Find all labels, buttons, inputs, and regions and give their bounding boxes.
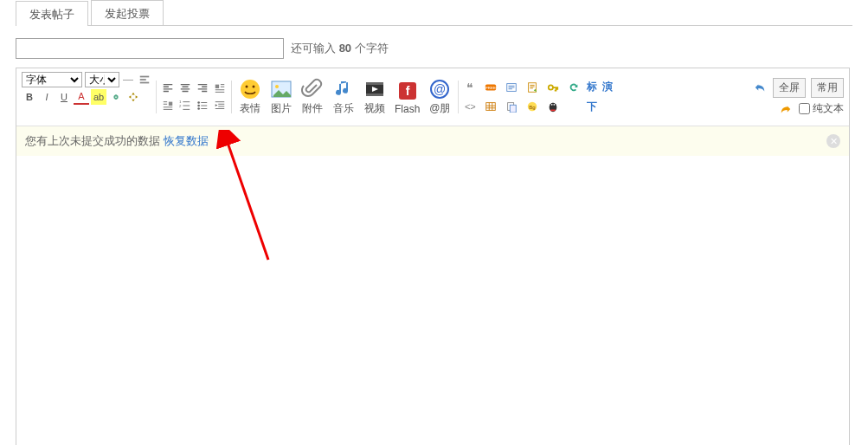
- hide-button[interactable]: [504, 80, 519, 95]
- tab-poll[interactable]: 发起投票: [91, 0, 164, 25]
- font-select[interactable]: 字体: [22, 72, 82, 87]
- plaintext-checkbox[interactable]: [799, 103, 810, 114]
- clipboard-button[interactable]: [504, 99, 519, 114]
- code-button[interactable]: <>: [462, 99, 478, 114]
- svg-rect-4: [169, 102, 172, 106]
- removeformat-icon[interactable]: [137, 72, 152, 87]
- friend-label: @朋: [429, 101, 450, 116]
- undo-button[interactable]: [752, 80, 768, 95]
- hint-suffix: 个字符: [351, 42, 389, 55]
- svg-text:2: 2: [179, 104, 182, 108]
- svg-point-10: [241, 80, 260, 99]
- video-button[interactable]: 视频: [363, 78, 386, 116]
- svg-rect-16: [366, 82, 383, 85]
- recovery-notice: 您有上次未提交成功的数据 恢复数据 ✕: [16, 126, 849, 156]
- at-friend-button[interactable]: @ @朋: [428, 78, 451, 116]
- bold-button[interactable]: B: [22, 89, 37, 105]
- divider: [458, 81, 459, 113]
- bg-button[interactable]: Bg: [524, 99, 540, 114]
- svg-rect-2: [140, 82, 150, 84]
- music-icon: [332, 78, 355, 100]
- image-label: 图片: [271, 101, 292, 116]
- svg-text:Bg: Bg: [530, 104, 536, 110]
- svg-point-11: [246, 86, 248, 88]
- refresh-button[interactable]: [566, 80, 582, 95]
- emoji-button[interactable]: 表情: [239, 78, 261, 116]
- divider: [231, 81, 232, 113]
- editor: 字体 大小 — B I U A ab: [16, 68, 850, 445]
- indent-button[interactable]: [212, 98, 228, 113]
- float-right-button[interactable]: [160, 98, 176, 113]
- common-button[interactable]: 常用: [811, 78, 844, 98]
- autolayout-button[interactable]: [125, 89, 141, 105]
- plaintext-toggle[interactable]: 纯文本: [799, 101, 844, 116]
- forecolor-button[interactable]: A: [74, 89, 89, 105]
- attach-icon: [301, 78, 324, 100]
- image-icon: [270, 78, 293, 100]
- attach-button[interactable]: 附件: [301, 78, 324, 116]
- fullscreen-button[interactable]: 全屏: [773, 78, 806, 98]
- svg-point-7: [197, 101, 200, 104]
- svg-point-8: [197, 105, 200, 107]
- flash-label: Flash: [395, 103, 420, 115]
- align-center-button[interactable]: [177, 81, 193, 96]
- video-label: 视频: [364, 101, 385, 116]
- float-left-button[interactable]: [212, 81, 228, 96]
- image-button[interactable]: 图片: [270, 78, 293, 116]
- dash-icon: —: [122, 74, 134, 86]
- svg-text:f: f: [405, 84, 409, 98]
- unordered-list-button[interactable]: [195, 98, 210, 113]
- music-button[interactable]: 音乐: [332, 78, 355, 116]
- align-left-button[interactable]: [160, 81, 176, 96]
- tab-post[interactable]: 发表帖子: [16, 1, 88, 26]
- backcolor-button[interactable]: ab: [91, 89, 106, 105]
- svg-rect-1: [140, 79, 146, 81]
- divider: [156, 81, 157, 113]
- size-select[interactable]: 大小: [85, 72, 119, 87]
- attach-label: 附件: [302, 101, 323, 116]
- notice-text: 您有上次未提交成功的数据: [25, 133, 160, 149]
- xia-button[interactable]: 下: [587, 100, 597, 114]
- svg-point-14: [275, 85, 279, 88]
- emoji-icon: [239, 78, 261, 100]
- qq-button[interactable]: [545, 99, 561, 114]
- svg-rect-29: [511, 105, 517, 113]
- svg-rect-0: [140, 76, 150, 78]
- title-input[interactable]: [16, 38, 284, 59]
- at-icon: @: [428, 78, 451, 100]
- music-label: 音乐: [333, 101, 354, 116]
- underline-button[interactable]: U: [56, 89, 72, 105]
- redo-button[interactable]: [778, 101, 794, 117]
- svg-point-35: [554, 104, 556, 106]
- free-icon[interactable]: FREE: [483, 80, 498, 95]
- align-right-button[interactable]: [195, 81, 210, 96]
- biao-button[interactable]: 标: [587, 80, 597, 94]
- char-hint: 还可输入 80 个字符: [291, 41, 389, 56]
- flash-icon: f: [396, 80, 419, 102]
- hint-count: 80: [339, 42, 351, 55]
- svg-text:@: @: [434, 82, 446, 96]
- svg-rect-3: [215, 85, 219, 88]
- italic-button[interactable]: I: [39, 89, 55, 105]
- editor-textarea[interactable]: [16, 156, 849, 445]
- svg-text:FREE: FREE: [486, 86, 497, 90]
- svg-point-12: [253, 86, 255, 88]
- svg-point-9: [197, 107, 200, 110]
- tab-bar: 发表帖子 发起投票: [16, 0, 852, 26]
- emoji-label: 表情: [240, 101, 260, 116]
- video-icon: [363, 78, 386, 100]
- yan-button[interactable]: 演: [602, 80, 613, 94]
- quote-button[interactable]: ❝: [462, 80, 478, 95]
- page-button[interactable]: [524, 80, 540, 95]
- table-button[interactable]: [483, 99, 498, 114]
- flash-button[interactable]: f Flash: [395, 80, 420, 115]
- link-button[interactable]: [108, 89, 124, 105]
- hint-prefix: 还可输入: [291, 42, 339, 55]
- recover-link[interactable]: 恢复数据: [164, 133, 209, 149]
- toolbar: 字体 大小 — B I U A ab: [16, 68, 849, 126]
- close-icon[interactable]: ✕: [826, 134, 840, 148]
- svg-rect-17: [366, 94, 383, 96]
- ordered-list-button[interactable]: 12: [177, 98, 193, 113]
- key-button[interactable]: [545, 80, 561, 95]
- svg-rect-27: [486, 103, 496, 111]
